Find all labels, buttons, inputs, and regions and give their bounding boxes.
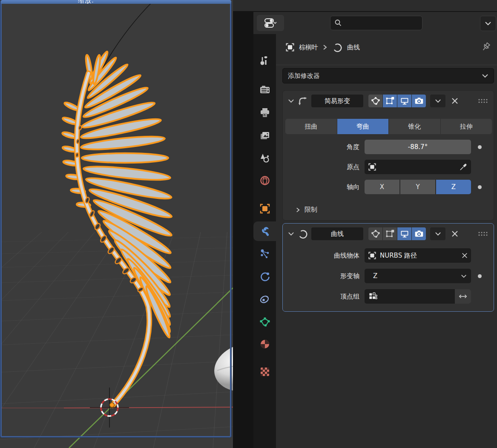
display-toggle-group	[368, 95, 426, 107]
tab-particles[interactable]	[253, 244, 276, 264]
tab-tool[interactable]	[253, 51, 276, 71]
animate-dot[interactable]	[478, 185, 482, 189]
filter-dropdown-button[interactable]	[480, 16, 496, 31]
viewport-display-toggle[interactable]	[397, 227, 411, 240]
output-icon	[259, 107, 270, 118]
render-display-toggle[interactable]	[412, 227, 426, 240]
axis-segmented-control: X Y Z	[365, 180, 471, 194]
angle-value-slider[interactable]: -88.7°	[365, 140, 471, 154]
search-field[interactable]	[330, 16, 422, 30]
deform-axis-label: 形变轴	[283, 269, 359, 283]
tab-physics[interactable]	[253, 267, 276, 286]
chevron-down-icon	[482, 74, 488, 78]
editor-junction-bar	[233, 0, 497, 12]
eyedropper-icon[interactable]	[459, 163, 468, 171]
object-icon	[368, 163, 376, 171]
viewport-display-toggle[interactable]	[397, 95, 411, 107]
mode-bend[interactable]: 弯曲	[337, 119, 389, 134]
tab-constraints[interactable]	[253, 289, 276, 309]
tab-texture[interactable]	[253, 362, 276, 382]
scene-icon	[259, 152, 270, 164]
axis-row: 轴向 X Y Z	[283, 180, 494, 194]
curve-modifier-icon	[332, 42, 343, 52]
on-cage-toggle[interactable]	[368, 95, 382, 107]
editor-gap	[233, 12, 253, 448]
simple-deform-panel: 简易形变	[282, 90, 494, 221]
world-icon	[259, 175, 270, 186]
axis-y-button[interactable]: Y	[400, 180, 435, 194]
particles-icon	[259, 248, 270, 259]
edit-mode-toggle[interactable]	[383, 227, 397, 240]
simple-deform-icon	[298, 96, 308, 106]
object-origin-dot	[110, 403, 115, 408]
restrictions-subpanel-header[interactable]: 限制	[296, 206, 317, 214]
properties-content: 棕榈叶 曲线 添加修改器	[276, 34, 497, 448]
editor-type-button[interactable]	[257, 15, 284, 31]
animate-dot[interactable]	[478, 274, 482, 278]
axis-z-button[interactable]: Z	[436, 180, 471, 194]
render-display-toggle[interactable]	[412, 95, 426, 107]
mode-taper[interactable]: 锥化	[389, 119, 440, 134]
properties-tab-column	[253, 34, 276, 448]
breadcrumb-modifier-name[interactable]: 曲线	[347, 43, 360, 52]
simple-deform-header[interactable]: 简易形变	[283, 93, 494, 109]
breadcrumb-object-name[interactable]: 棕榈叶	[299, 43, 318, 52]
curve-modifier-icon	[298, 229, 308, 239]
modifiers-wrench-icon	[259, 226, 270, 237]
view-layer-icon	[259, 130, 270, 141]
delete-modifier-button[interactable]	[449, 95, 461, 107]
tab-scene[interactable]	[253, 148, 276, 168]
expand-chevron-icon[interactable]	[288, 99, 294, 103]
curve-modifier-header[interactable]: 曲线	[283, 226, 494, 242]
object-icon	[259, 203, 270, 214]
edit-mode-toggle[interactable]	[383, 95, 397, 107]
origin-row: 原点	[283, 160, 494, 174]
tab-world[interactable]	[253, 171, 276, 190]
invert-vertex-group-button[interactable]	[455, 289, 471, 304]
add-modifier-button[interactable]: 添加修改器	[282, 68, 494, 83]
tab-object[interactable]	[253, 199, 276, 218]
constraints-icon	[259, 293, 270, 304]
tab-output[interactable]	[253, 103, 276, 123]
modifier-extras-button[interactable]	[430, 227, 445, 240]
add-modifier-label: 添加修改器	[288, 72, 320, 80]
delete-modifier-button[interactable]	[449, 227, 461, 240]
origin-object-field[interactable]	[365, 160, 471, 174]
tab-material[interactable]	[253, 334, 276, 354]
on-cage-toggle[interactable]	[368, 227, 382, 240]
physics-icon	[259, 271, 270, 282]
tab-object-data[interactable]	[253, 312, 276, 332]
modifier-name-field[interactable]: 简易形变	[311, 95, 363, 107]
chevron-right-icon	[296, 207, 300, 213]
3d-viewport[interactable]: 缩放:	[0, 0, 233, 448]
clear-icon[interactable]	[462, 253, 468, 258]
operator-panel-header[interactable]: 缩放:	[1, 0, 231, 4]
origin-label: 原点	[283, 160, 359, 174]
search-input[interactable]	[342, 19, 412, 27]
drag-handle-icon[interactable]	[477, 98, 488, 104]
modifier-extras-button[interactable]	[430, 95, 445, 107]
modifier-name-field[interactable]: 曲线	[311, 227, 363, 240]
axis-x-button[interactable]: X	[365, 180, 399, 194]
axis-label: 轴向	[283, 180, 359, 194]
tool-icon	[259, 55, 270, 66]
object-data-icon	[259, 316, 270, 327]
chevron-down-icon	[485, 21, 491, 26]
vertex-group-row: 顶点组	[283, 289, 494, 304]
curve-object-field[interactable]: NURBS 路径	[365, 248, 471, 263]
animate-dot[interactable]	[478, 145, 482, 149]
pin-icon[interactable]	[481, 42, 491, 53]
mode-stretch[interactable]: 拉伸	[441, 119, 492, 134]
tab-render[interactable]	[253, 80, 276, 100]
operator-panel-title: 缩放:	[78, 0, 94, 4]
drag-handle-icon[interactable]	[477, 231, 488, 237]
tab-modifiers[interactable]	[253, 221, 276, 241]
expand-chevron-icon[interactable]	[288, 232, 294, 236]
tab-view-layer[interactable]	[253, 126, 276, 146]
deform-mode-tabs: 扭曲 弯曲 锥化 拉伸	[285, 119, 492, 134]
deform-axis-dropdown[interactable]: Z	[365, 269, 471, 283]
properties-editor-icon	[264, 17, 277, 29]
vertex-group-label: 顶点组	[283, 289, 359, 304]
vertex-group-field[interactable]	[365, 289, 471, 304]
mode-twist[interactable]: 扭曲	[285, 119, 337, 134]
